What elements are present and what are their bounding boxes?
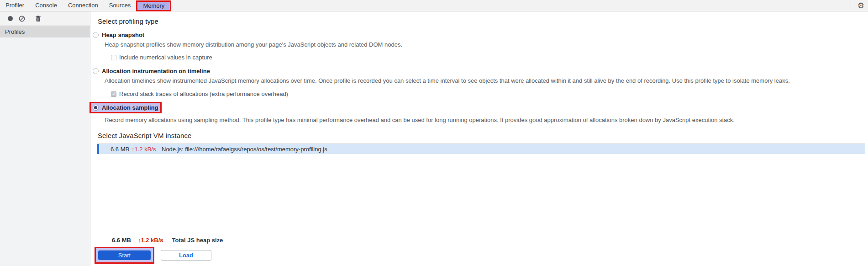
vm-instance-row[interactable]: 6.6 MB ↑1.2 kB/s Node.js: file:///home/r…: [97, 144, 865, 154]
tab-profiler[interactable]: Profiler: [0, 0, 30, 11]
vm-heap-size: 6.6 MB: [110, 146, 131, 153]
record-heap-button[interactable]: [4, 13, 16, 25]
radio-icon: [93, 68, 99, 74]
checkbox-record-stack-traces[interactable]: Record stack traces of allocations (extr…: [111, 90, 868, 97]
allocation-sampling-annotation-box: Allocation sampling: [89, 102, 162, 113]
load-button[interactable]: Load: [161, 250, 211, 261]
clear-profiles-button[interactable]: [16, 13, 28, 25]
action-buttons-row: Start Load: [98, 247, 868, 264]
devtools-tabbar: Profiler Console Connection Sources Memo…: [0, 0, 868, 11]
profiles-sidebar: Profiles: [0, 11, 90, 266]
radio-label: Allocation sampling: [102, 104, 158, 111]
memory-panel-main: Select profiling type Heap snapshot Heap…: [90, 11, 868, 266]
vm-alloc-rate: ↑1.2 kB/s: [132, 146, 157, 153]
radio-icon: [93, 32, 99, 38]
start-button[interactable]: Start: [98, 250, 151, 260]
vm-instance-heading: Select JavaScript VM instance: [98, 132, 868, 139]
radio-allocation-sampling[interactable]: Allocation sampling: [93, 104, 158, 111]
vm-instance-name: Node.js: file:///home/rafaelgss/repos/os…: [162, 146, 327, 153]
radio-label: Heap snapshot: [102, 32, 144, 38]
radio-allocation-instrumentation[interactable]: Allocation instrumentation on timeline: [93, 68, 868, 74]
start-button-annotation-box: Start: [95, 247, 154, 264]
checkbox-icon: [111, 55, 116, 60]
allocation-sampling-description: Record memory allocations using sampling…: [105, 117, 868, 123]
record-icon: [8, 16, 13, 21]
tabbar-separator: [851, 2, 851, 10]
checkbox-label: Include numerical values in capture: [119, 54, 212, 61]
clear-icon: [19, 16, 25, 22]
total-heap-size-value: 6.6 MB: [112, 237, 131, 244]
radio-selected-icon: [93, 105, 99, 111]
tab-sources[interactable]: Sources: [104, 0, 137, 11]
profiles-toolbar: [0, 11, 90, 26]
delete-profile-button[interactable]: [32, 13, 44, 25]
checkbox-checked-icon: [111, 91, 116, 97]
radio-label: Allocation instrumentation on timeline: [102, 68, 210, 74]
settings-gear-icon[interactable]: ⚙: [857, 2, 864, 10]
radio-heap-snapshot[interactable]: Heap snapshot: [93, 32, 868, 38]
checkbox-include-numerical-values[interactable]: Include numerical values in capture: [111, 54, 868, 61]
tab-console[interactable]: Console: [30, 0, 63, 11]
vm-instance-list: 6.6 MB ↑1.2 kB/s Node.js: file:///home/r…: [97, 144, 865, 231]
total-heap-rate-value: ↑1.2 kB/s: [138, 237, 163, 244]
toolbar-separator: [30, 15, 30, 22]
heap-snapshot-description: Heap snapshot profiles show memory distr…: [105, 41, 868, 48]
allocation-timeline-description: Allocation timelines show instrumented J…: [105, 77, 868, 84]
memory-tab-annotation-box: Memory: [136, 0, 171, 11]
total-heap-stats: 6.6 MB ↑1.2 kB/s Total JS heap size: [112, 237, 868, 244]
tab-connection[interactable]: Connection: [63, 0, 104, 11]
tab-memory[interactable]: Memory: [137, 2, 170, 10]
sidebar-item-profiles[interactable]: Profiles: [0, 26, 90, 37]
delete-icon: [35, 16, 41, 22]
profiling-type-heading: Select profiling type: [98, 17, 868, 25]
checkbox-label: Record stack traces of allocations (extr…: [119, 90, 288, 97]
total-heap-size-label: Total JS heap size: [172, 237, 223, 244]
